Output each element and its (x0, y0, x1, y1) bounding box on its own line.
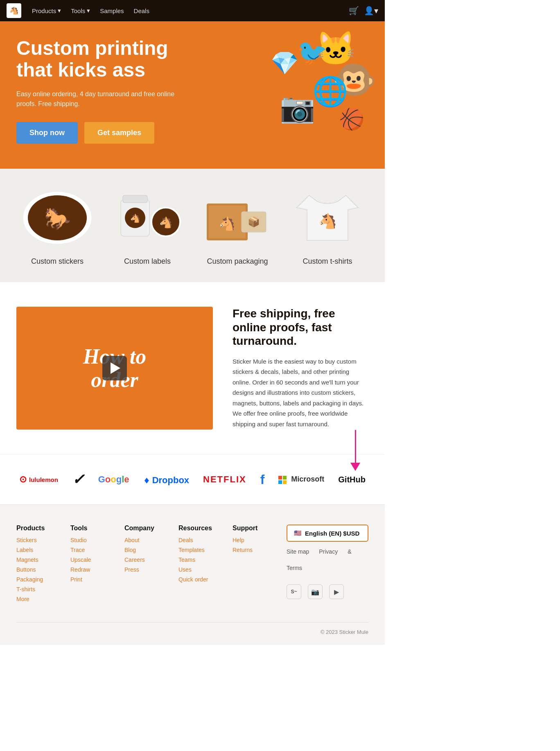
hero-text: Custom printing that kicks ass Easy onli… (16, 38, 188, 169)
product-packaging[interactable]: 🐴 📦 Custom packaging (196, 185, 278, 266)
google-g4: g (116, 474, 122, 484)
arrow-line (355, 430, 356, 463)
brand-dropbox[interactable]: ⬧ Dropbox (143, 473, 190, 486)
footer-terms[interactable]: Terms (287, 565, 302, 571)
sticker-diamond: 💎 (271, 50, 299, 77)
nav-products[interactable]: Products ▾ (28, 5, 65, 17)
footer-link-teams[interactable]: Teams (178, 556, 233, 563)
social-youtube[interactable]: ▶ (329, 584, 344, 599)
footer-link-quick-order[interactable]: Quick order (178, 576, 233, 583)
footer-link-blog[interactable]: Blog (124, 547, 178, 553)
footer: Products Stickers Labels Magnets Buttons… (0, 504, 385, 645)
brand-lululemon[interactable]: ⊙ lululemon (19, 474, 58, 485)
hero-image: 🐱 🐵 🐦 🌐 📷 🏀 💎 (188, 21, 385, 169)
chevron-down-icon: ▾ (58, 7, 61, 14)
google-g2: o (105, 474, 111, 484)
footer-copyright: © 2023 Sticker Mule (321, 629, 368, 635)
locale-button[interactable]: 🇺🇸 English (EN) $USD (287, 525, 368, 542)
video-description: Free shipping, free online proofs, fast … (233, 307, 368, 429)
product-stickers[interactable]: 🐎 Custom stickers (16, 185, 98, 266)
shop-now-button[interactable]: Shop now (16, 122, 78, 144)
logo[interactable]: 🐴 (7, 3, 21, 18)
svg-text:🐴: 🐴 (159, 216, 173, 229)
footer-link-careers[interactable]: Careers (124, 556, 178, 563)
video-thumbnail[interactable]: How toorder (16, 307, 213, 430)
hero-title: Custom printing that kicks ass (16, 38, 188, 81)
product-tshirts[interactable]: 🐴 Custom t-shirts (287, 185, 368, 266)
packaging-image: 🐴 📦 (196, 185, 278, 251)
footer-privacy[interactable]: Privacy (319, 548, 338, 555)
footer-link-returns[interactable]: Returns (233, 547, 287, 553)
footer-link-buttons[interactable]: Buttons (16, 566, 70, 573)
footer-locale: 🇺🇸 English (EN) $USD Site map Privacy & … (287, 525, 368, 606)
svg-rect-4 (123, 195, 147, 203)
social-instagram[interactable]: 📷 (308, 584, 323, 599)
footer-col-company: Company About Blog Careers Press (124, 525, 178, 606)
arrow-head (350, 463, 360, 471)
get-samples-button[interactable]: Get samples (84, 122, 154, 144)
nav-deals[interactable]: Deals (130, 5, 154, 17)
nav-samples[interactable]: Samples (96, 5, 128, 17)
footer-link-uses[interactable]: Uses (178, 566, 233, 573)
footer-link-deals[interactable]: Deals (178, 537, 233, 543)
cart-icon[interactable]: 🛒 (349, 6, 359, 16)
packaging-label: Custom packaging (207, 257, 268, 266)
brand-nike[interactable]: ✓ (72, 471, 84, 488)
svg-text:🐎: 🐎 (44, 206, 71, 231)
arrow-annotation (350, 430, 360, 471)
footer-link-labels[interactable]: Labels (16, 547, 70, 553)
brand-google[interactable]: Google (98, 474, 129, 485)
footer-link-upscale[interactable]: Upscale (70, 556, 124, 563)
footer-link-press[interactable]: Press (124, 566, 178, 573)
footer-site-map[interactable]: Site map (287, 548, 309, 555)
footer-col-resources: Resources Deals Templates Teams Uses Qui… (178, 525, 233, 606)
footer-bottom: © 2023 Sticker Mule (16, 622, 368, 635)
product-labels[interactable]: 🐴 🐴 Custom labels (106, 185, 188, 266)
brand-netflix[interactable]: NETFLIX (203, 474, 246, 485)
social-stickermule[interactable]: S~ (287, 584, 301, 599)
footer-link-studio[interactable]: Studio (70, 537, 124, 543)
brand-facebook[interactable]: f (260, 472, 265, 487)
flag-icon: 🇺🇸 (294, 529, 302, 537)
labels-label: Custom labels (124, 257, 171, 266)
footer-col-products: Products Stickers Labels Magnets Buttons… (16, 525, 70, 606)
tshirts-label: Custom t-shirts (303, 257, 352, 266)
hero-subtitle: Easy online ordering, 4 day turnaround a… (16, 89, 188, 109)
dropbox-label: Dropbox (152, 475, 189, 485)
locale-label: English (EN) $USD (305, 530, 359, 537)
sticker-instagram: 📷 (280, 91, 315, 124)
footer-top: Products Stickers Labels Magnets Buttons… (16, 525, 368, 606)
footer-social: S~ 📷 ▶ (287, 584, 344, 599)
footer-link-stickers[interactable]: Stickers (16, 537, 70, 543)
brand-microsoft[interactable]: Microsoft (278, 475, 324, 484)
footer-products-heading: Products (16, 525, 70, 532)
footer-link-templates[interactable]: Templates (178, 547, 233, 553)
nav-tools[interactable]: Tools ▾ (67, 5, 94, 17)
footer-link-redraw[interactable]: Redraw (70, 566, 124, 573)
video-body: Sticker Mule is the easiest way to buy c… (233, 356, 368, 430)
footer-company-heading: Company (124, 525, 178, 532)
account-icon[interactable]: 👤▾ (364, 6, 378, 16)
facebook-icon: f (260, 472, 265, 487)
products-section: 🐎 Custom stickers 🐴 🐴 Custom labels (0, 169, 385, 282)
footer-link-packaging[interactable]: Packaging (16, 576, 70, 583)
microsoft-label: Microsoft (291, 475, 324, 483)
github-label: GitHub (338, 475, 366, 484)
footer-col-tools: Tools Studio Trace Upscale Redraw Print (70, 525, 124, 606)
brand-github[interactable]: GitHub (338, 475, 366, 484)
hero-buttons: Shop now Get samples (16, 122, 188, 144)
brands-section: ⊙ lululemon ✓ Google ⬧ Dropbox NETFLIX f… (0, 454, 385, 504)
hero-mascots-area: 🐱 🐵 🐦 🌐 📷 🏀 💎 (192, 25, 381, 165)
footer-link-more[interactable]: More (16, 596, 70, 602)
footer-link-about[interactable]: About (124, 537, 178, 543)
footer-link-help[interactable]: Help (233, 537, 287, 543)
footer-link-print[interactable]: Print (70, 576, 124, 583)
video-section: How toorder Free shipping, free online p… (0, 282, 385, 454)
dropbox-icon: ⬧ (143, 473, 150, 486)
footer-link-trace[interactable]: Trace (70, 547, 124, 553)
footer-link-magnets[interactable]: Magnets (16, 556, 70, 563)
footer-link-tshirts[interactable]: T-shirts (16, 586, 70, 593)
play-button[interactable] (102, 356, 127, 380)
footer-resources-heading: Resources (178, 525, 233, 532)
footer-col-support: Support Help Returns (233, 525, 287, 606)
